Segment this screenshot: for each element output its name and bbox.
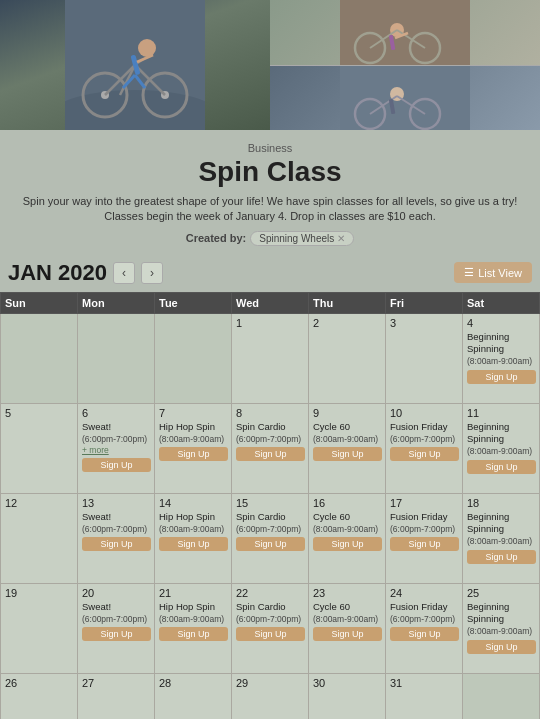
biker-illustration-bot-right xyxy=(340,66,470,130)
svg-point-10 xyxy=(138,39,156,57)
day-number: 29 xyxy=(236,677,305,689)
signup-button[interactable]: Sign Up xyxy=(82,458,151,472)
signup-button[interactable]: Sign Up xyxy=(390,447,459,461)
day-number: 14 xyxy=(159,497,228,509)
created-by-label: Created by: xyxy=(186,232,247,244)
month-year-label: JAN 2020 xyxy=(8,260,107,286)
calendar-cell-w3-d3: 14Hip Hop Spin(8:00am-9:00am)Sign Up xyxy=(155,493,232,583)
day-number: 8 xyxy=(236,407,305,419)
next-month-button[interactable]: › xyxy=(141,262,163,284)
event-time: (8:00am-9:00am) xyxy=(313,434,382,444)
signup-button[interactable]: Sign Up xyxy=(159,627,228,641)
calendar-week-5: 262728293031 xyxy=(1,673,540,719)
signup-button[interactable]: Sign Up xyxy=(159,537,228,551)
calendar-cell-w4-d4: 22Spin Cardio(6:00pm-7:00pm)Sign Up xyxy=(232,583,309,673)
col-header-tue: Tue xyxy=(155,292,232,313)
event-time: (8:00am-9:00am) xyxy=(159,434,228,444)
calendar-cell-w1-d7: 4Beginning Spinning(8:00am-9:00am)Sign U… xyxy=(463,313,540,403)
day-number: 21 xyxy=(159,587,228,599)
calendar-table: Sun Mon Tue Wed Thu Fri Sat 1234Beginnin… xyxy=(0,292,540,719)
svg-rect-23 xyxy=(340,66,470,130)
day-number: 16 xyxy=(313,497,382,509)
svg-point-1 xyxy=(65,90,205,130)
signup-button[interactable]: Sign Up xyxy=(82,627,151,641)
creator-badge-close[interactable]: ✕ xyxy=(337,233,345,244)
calendar-cell-w2-d5: 9Cycle 60(8:00am-9:00am)Sign Up xyxy=(309,403,386,493)
day-number: 18 xyxy=(467,497,536,509)
event-time: (8:00am-9:00am) xyxy=(313,524,382,534)
signup-button[interactable]: Sign Up xyxy=(159,447,228,461)
event-title: Spin Cardio xyxy=(236,601,305,613)
calendar-cell-w5-d4: 29 xyxy=(232,673,309,719)
signup-button[interactable]: Sign Up xyxy=(467,370,536,384)
creator-name: Spinning Wheels xyxy=(259,233,334,244)
signup-button[interactable]: Sign Up xyxy=(236,627,305,641)
calendar-cell-w4-d5: 23Cycle 60(8:00am-9:00am)Sign Up xyxy=(309,583,386,673)
day-number: 4 xyxy=(467,317,536,329)
header-image-bottom-right xyxy=(270,66,540,130)
signup-button[interactable]: Sign Up xyxy=(467,640,536,654)
calendar-week-4: 1920Sweat!(6:00pm-7:00pm)Sign Up21Hip Ho… xyxy=(1,583,540,673)
calendar-cell-w2-d7: 11Beginning Spinning(8:00am-9:00am)Sign … xyxy=(463,403,540,493)
event-title: Fusion Friday xyxy=(390,511,459,523)
day-number: 25 xyxy=(467,587,536,599)
day-number: 3 xyxy=(390,317,459,329)
day-number: 27 xyxy=(82,677,151,689)
event-time: (8:00am-9:00am) xyxy=(159,614,228,624)
signup-button[interactable]: Sign Up xyxy=(390,627,459,641)
signup-button[interactable]: Sign Up xyxy=(390,537,459,551)
day-number: 5 xyxy=(5,407,74,419)
calendar-cell-w2-d3: 7Hip Hop Spin(8:00am-9:00am)Sign Up xyxy=(155,403,232,493)
calendar-cell-w1-d2 xyxy=(78,313,155,403)
day-number: 13 xyxy=(82,497,151,509)
header-images-right xyxy=(270,0,540,130)
calendar-cell-w5-d3: 28 xyxy=(155,673,232,719)
calendar-cell-w2-d1: 5 xyxy=(1,403,78,493)
more-events-link[interactable]: + more xyxy=(82,445,151,455)
list-icon: ☰ xyxy=(464,266,474,279)
day-number: 11 xyxy=(467,407,536,419)
event-title: Hip Hop Spin xyxy=(159,421,228,433)
calendar-week-1: 1234Beginning Spinning(8:00am-9:00am)Sig… xyxy=(1,313,540,403)
signup-button[interactable]: Sign Up xyxy=(236,447,305,461)
signup-button[interactable]: Sign Up xyxy=(236,537,305,551)
calendar-cell-w1-d1 xyxy=(1,313,78,403)
event-title: Sweat! xyxy=(82,511,151,523)
signup-button[interactable]: Sign Up xyxy=(82,537,151,551)
calendar-cell-w4-d7: 25Beginning Spinning(8:00am-9:00am)Sign … xyxy=(463,583,540,673)
col-header-sun: Sun xyxy=(1,292,78,313)
list-view-button[interactable]: ☰ List View xyxy=(454,262,532,283)
calendar-cell-w1-d4: 1 xyxy=(232,313,309,403)
calendar-cell-w3-d5: 16Cycle 60(8:00am-9:00am)Sign Up xyxy=(309,493,386,583)
month-navigation: JAN 2020 ‹ › xyxy=(8,260,163,286)
biker-illustration-top-right xyxy=(340,0,470,65)
event-title: Hip Hop Spin xyxy=(159,601,228,613)
calendar-cell-w1-d3 xyxy=(155,313,232,403)
signup-button[interactable]: Sign Up xyxy=(467,550,536,564)
signup-button[interactable]: Sign Up xyxy=(313,627,382,641)
event-time: (8:00am-9:00am) xyxy=(467,446,536,456)
event-time: (6:00pm-7:00pm) xyxy=(390,524,459,534)
day-number: 31 xyxy=(390,677,459,689)
calendar-cell-w5-d2: 27 xyxy=(78,673,155,719)
signup-button[interactable]: Sign Up xyxy=(313,447,382,461)
event-title: Beginning Spinning xyxy=(467,511,536,536)
page-title: Spin Class xyxy=(20,156,520,188)
prev-month-button[interactable]: ‹ xyxy=(113,262,135,284)
col-header-fri: Fri xyxy=(386,292,463,313)
calendar-cell-w5-d6: 31 xyxy=(386,673,463,719)
day-number: 2 xyxy=(313,317,382,329)
event-title: Sweat! xyxy=(82,601,151,613)
event-title: Spin Cardio xyxy=(236,421,305,433)
event-title: Fusion Friday xyxy=(390,421,459,433)
calendar-cell-w3-d4: 15Spin Cardio(6:00pm-7:00pm)Sign Up xyxy=(232,493,309,583)
signup-button[interactable]: Sign Up xyxy=(467,460,536,474)
calendar-cell-w4-d2: 20Sweat!(6:00pm-7:00pm)Sign Up xyxy=(78,583,155,673)
calendar-cell-w4-d1: 19 xyxy=(1,583,78,673)
day-number: 22 xyxy=(236,587,305,599)
col-header-wed: Wed xyxy=(232,292,309,313)
signup-button[interactable]: Sign Up xyxy=(313,537,382,551)
header-images xyxy=(0,0,540,130)
creator-badge[interactable]: Spinning Wheels ✕ xyxy=(250,231,354,246)
event-title: Beginning Spinning xyxy=(467,421,536,446)
